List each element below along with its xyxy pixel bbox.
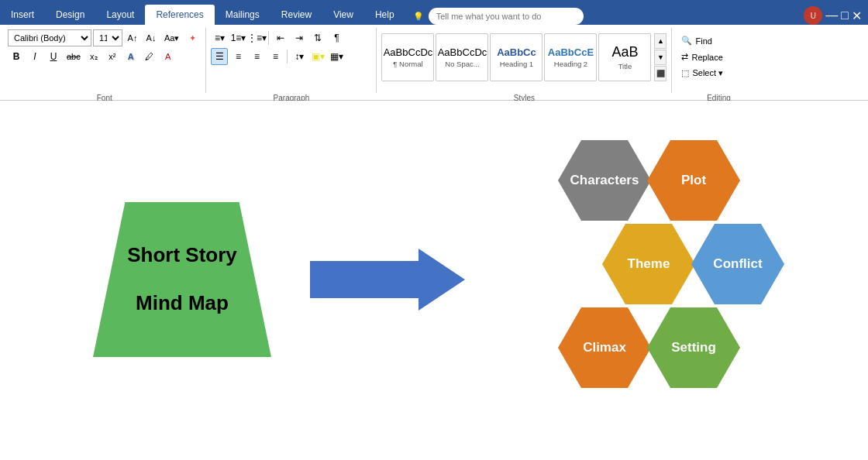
arrow-container [310, 249, 465, 311]
find-button[interactable]: 🔍 Find [677, 34, 760, 47]
styles-scroll-up[interactable]: ▲ [654, 33, 666, 49]
restore-button[interactable]: □ [841, 9, 849, 22]
tab-design[interactable]: Design [45, 5, 95, 25]
hex-characters-label: Characters [570, 173, 639, 188]
find-icon: 🔍 [681, 36, 692, 46]
select-icon: ⬚ [681, 68, 689, 78]
search-input[interactable] [429, 8, 584, 25]
paragraph-group: ≡▾ 1≡▾ ⋮≡▾ ⇤ ⇥ ⇅ ¶ ☰ ≡ ≡ ≡ ↕▾ ▣▾ ▦▾ Para… [206, 28, 377, 93]
bullets-button[interactable]: ≡▾ [211, 29, 228, 46]
tab-references[interactable]: References [145, 5, 214, 25]
subscript-button[interactable]: x₂ [85, 48, 102, 65]
font-color-button[interactable]: A [160, 48, 177, 65]
canvas-area: Short Story Mind Map Characters Plot The… [0, 101, 868, 458]
ribbon: Insert Design Layout References Mailings… [0, 0, 868, 101]
styles-scroll-down[interactable]: ▼ [654, 50, 666, 65]
hex-climax[interactable]: Climax [558, 307, 651, 388]
italic-button[interactable]: I [26, 48, 43, 65]
hex-conflict-label: Conflict [713, 256, 762, 272]
tab-help[interactable]: Help [364, 5, 405, 25]
style-normal-label: ¶ Normal [393, 60, 422, 68]
hex-climax-inner: Climax [558, 307, 651, 388]
trapezoid-text: Short Story Mind Map [93, 243, 271, 316]
text-effects-button[interactable]: A [122, 48, 140, 65]
replace-icon: ⇄ [681, 52, 688, 62]
align-right-button[interactable]: ≡ [248, 48, 265, 65]
multilevel-list-button[interactable]: ⋮≡▾ [248, 29, 265, 46]
text-highlight-button[interactable]: 🖊 [141, 48, 158, 65]
hex-theme-label: Theme [628, 256, 670, 272]
tab-insert[interactable]: Insert [0, 5, 45, 25]
font-size-select[interactable]: 11 [93, 29, 122, 46]
hex-setting-label: Setting [671, 340, 716, 355]
bold-button[interactable]: B [8, 48, 25, 65]
align-center-button[interactable]: ≡ [229, 48, 246, 65]
decrease-font-size-button[interactable]: A↓ [143, 29, 160, 46]
style-no-spacing-label: No Spac... [445, 60, 479, 68]
increase-indent-button[interactable]: ⇥ [291, 29, 308, 46]
style-title-label: Title [618, 62, 632, 70]
select-button[interactable]: ⬚ Select ▾ [677, 67, 760, 80]
trapezoid-line2: Mind Map [127, 292, 237, 316]
style-heading2[interactable]: AaBbCcE Heading 2 [544, 33, 597, 81]
strikethrough-button[interactable]: abc [64, 48, 84, 65]
hex-plot-label: Plot [681, 173, 706, 188]
styles-more[interactable]: ⬛ [654, 66, 666, 81]
hex-setting-inner: Setting [647, 307, 740, 388]
show-formatting-button[interactable]: ¶ [328, 29, 345, 46]
borders-button[interactable]: ▦▾ [328, 48, 345, 65]
style-no-spacing-preview: AaBbCcDc [438, 46, 487, 59]
style-no-spacing[interactable]: AaBbCcDc No Spac... [436, 33, 488, 81]
increase-font-size-button[interactable]: A↑ [124, 29, 141, 46]
sort-button[interactable]: ⇅ [309, 29, 326, 46]
select-label: Select ▾ [692, 68, 723, 78]
tab-layout[interactable]: Layout [95, 5, 145, 25]
style-normal[interactable]: AaBbCcDc ¶ Normal [381, 33, 434, 81]
trapezoid-line1: Short Story [127, 243, 237, 267]
hex-characters-inner: Characters [558, 140, 651, 221]
underline-button[interactable]: U [45, 48, 62, 65]
tab-view[interactable]: View [322, 5, 364, 25]
tab-mailings[interactable]: Mailings [215, 5, 270, 25]
ribbon-body: Calibri (Body) 11 A↑ A↓ Aa▾ ✦ B I U abc … [0, 25, 868, 101]
change-case-button[interactable]: Aa▾ [161, 29, 182, 46]
hex-plot-inner: Plot [647, 140, 740, 221]
shading-button[interactable]: ▣▾ [309, 48, 326, 65]
replace-button[interactable]: ⇄ Replace [677, 50, 760, 64]
styles-group: AaBbCcDc ¶ Normal AaBbCcDc No Spac... Aa… [377, 28, 672, 93]
editing-group: 🔍 Find ⇄ Replace ⬚ Select ▾ Editing [672, 28, 765, 93]
style-heading2-preview: AaBbCcE [548, 46, 594, 59]
hexagon-grid: Characters Plot Theme Conflict Climax [558, 140, 814, 419]
hex-climax-label: Climax [583, 340, 626, 355]
style-heading1-preview: AaBbCc [497, 46, 536, 59]
tab-review[interactable]: Review [270, 5, 322, 25]
style-title-preview: AaB [611, 44, 638, 61]
close-button[interactable]: ✕ [852, 9, 862, 23]
font-group: Calibri (Body) 11 A↑ A↓ Aa▾ ✦ B I U abc … [3, 28, 206, 93]
hex-theme-inner: Theme [602, 224, 695, 304]
numbering-button[interactable]: 1≡▾ [229, 29, 246, 46]
superscript-button[interactable]: x² [104, 48, 121, 65]
find-label: Find [695, 36, 711, 46]
style-heading1-label: Heading 1 [500, 60, 533, 68]
user-avatar: U [804, 6, 822, 25]
font-family-select[interactable]: Calibri (Body) [8, 29, 91, 46]
hex-characters[interactable]: Characters [558, 140, 651, 221]
align-left-button[interactable]: ☰ [211, 48, 228, 65]
line-spacing-button[interactable]: ↕▾ [291, 48, 308, 65]
style-normal-preview: AaBbCcDc [384, 46, 433, 59]
ribbon-tab-bar: Insert Design Layout References Mailings… [0, 0, 868, 25]
replace-label: Replace [691, 53, 722, 62]
hex-setting[interactable]: Setting [647, 307, 740, 388]
justify-button[interactable]: ≡ [267, 48, 284, 65]
hex-theme[interactable]: Theme [602, 224, 695, 304]
hex-conflict[interactable]: Conflict [691, 224, 784, 304]
hex-conflict-inner: Conflict [691, 224, 784, 304]
style-title[interactable]: AaB Title [598, 33, 651, 81]
style-heading1[interactable]: AaBbCc Heading 1 [490, 33, 542, 81]
decrease-indent-button[interactable]: ⇤ [272, 29, 289, 46]
arrow-shape [310, 249, 465, 311]
hex-plot[interactable]: Plot [647, 140, 740, 221]
clear-formatting-button[interactable]: ✦ [184, 29, 201, 46]
minimize-button[interactable]: — [825, 9, 838, 22]
